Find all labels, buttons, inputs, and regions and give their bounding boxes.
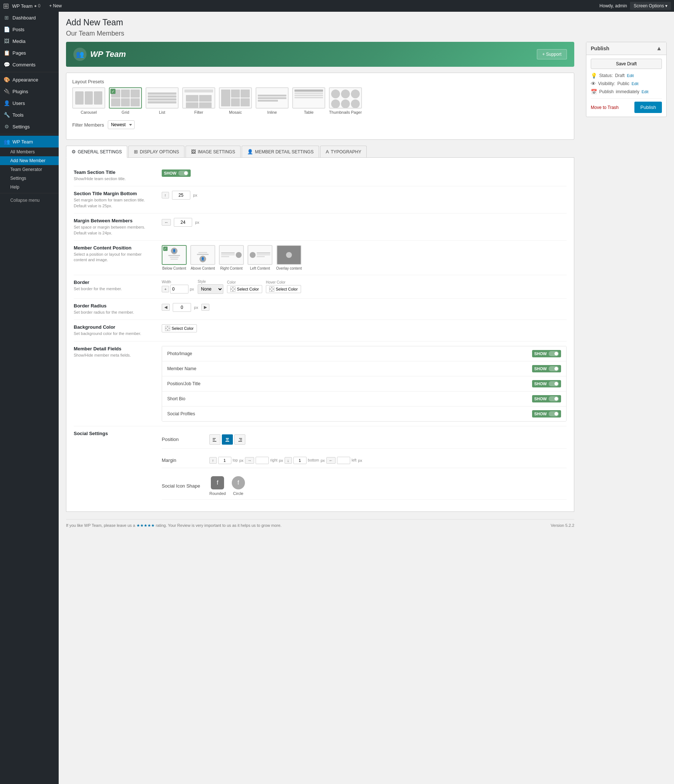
field-social-profiles-toggle[interactable]: SHOW <box>532 410 561 417</box>
margin-bottom-decrease[interactable]: ↑ <box>162 192 169 199</box>
sidebar-item-dashboard[interactable]: ⊞ Dashboard <box>0 12 59 23</box>
margin-left-input[interactable] <box>337 457 350 464</box>
margin-between-members-label: Margin Between Members <box>74 218 154 223</box>
tab-image-settings[interactable]: 🖼 IMAGE SETTINGS <box>186 146 241 157</box>
tab-display-options[interactable]: ⊞ DISPLAY OPTIONS <box>128 146 185 157</box>
sidebar-sub-add-new-member[interactable]: Add New Member <box>0 156 59 165</box>
position-thumb-above: 👤 <box>190 245 215 265</box>
border-color-button[interactable]: Select Color <box>227 285 262 293</box>
margin-left-arrow[interactable]: ← <box>326 457 335 464</box>
margin-between-members-input[interactable] <box>174 218 192 227</box>
svg-rect-1 <box>213 440 215 440</box>
margin-right-arrow[interactable]: → <box>245 457 254 464</box>
status-edit-link[interactable]: Edit <box>627 73 634 78</box>
margin-top-input[interactable] <box>218 457 231 464</box>
tab-member-detail-settings[interactable]: 👤 MEMBER DETAIL SETTINGS <box>242 146 319 157</box>
setting-background-color: Background Color Set background color fo… <box>74 320 567 341</box>
sidebar-item-tools[interactable]: 🔧 Tools <box>0 109 59 121</box>
icon-shape-circle[interactable]: f Circle <box>232 476 245 496</box>
notification-count[interactable]: ● 0 <box>34 3 40 8</box>
preset-list[interactable]: List <box>146 87 179 115</box>
social-pos-right-btn[interactable] <box>235 434 245 445</box>
border-width-unit: px <box>189 287 194 291</box>
field-position-job-toggle[interactable]: SHOW <box>532 380 561 387</box>
tab-typography[interactable]: A TYPOGRAPHY <box>320 146 367 157</box>
social-pos-center-btn[interactable] <box>222 434 233 445</box>
section-title-margin-input[interactable] <box>172 191 190 199</box>
preset-mosaic[interactable]: Mosaic <box>219 87 252 115</box>
border-width-input[interactable] <box>170 285 188 294</box>
background-color-button[interactable]: Select Color <box>162 324 197 332</box>
margin-top-arrow[interactable]: ↑ <box>210 457 217 464</box>
setting-social-settings: Social Settings Position <box>74 426 567 504</box>
members-margin-unit: px <box>195 220 199 224</box>
preview-title-bar <box>170 257 179 258</box>
filter-select[interactable]: Newest Oldest A-Z Z-A <box>108 120 135 129</box>
preset-table[interactable]: Table <box>292 87 325 115</box>
border-hover-color-swatch <box>269 286 274 292</box>
position-below-content[interactable]: ✓ 👤 Below Content <box>162 245 186 271</box>
position-overlay-content[interactable]: Overlay content <box>276 245 302 271</box>
sidebar-item-settings[interactable]: ⚙ Settings <box>0 121 59 132</box>
preset-filter[interactable]: Filter <box>182 87 215 115</box>
margin-bottom-arrow[interactable]: ↓ <box>284 457 292 464</box>
support-button[interactable]: + Support <box>537 49 567 59</box>
wp-team-brand-icon: 👥 <box>73 48 87 61</box>
sidebar-item-pages[interactable]: 📋 Pages <box>0 47 59 59</box>
border-radius-decrease[interactable]: ◀ <box>162 304 170 311</box>
sidebar-sub-help[interactable]: Help <box>0 183 59 191</box>
preset-grid[interactable]: ✓ Grid <box>109 87 142 115</box>
border-hover-color-button[interactable]: Select Color <box>266 285 301 293</box>
margin-bottom-input[interactable] <box>294 457 307 464</box>
new-button[interactable]: + New <box>49 3 62 8</box>
preset-thumbnails-pager[interactable]: Thumbnails Pager <box>329 87 362 115</box>
social-pos-left-btn[interactable] <box>210 434 221 445</box>
field-member-name-toggle[interactable]: SHOW <box>532 365 561 372</box>
save-draft-button[interactable]: Save Draft <box>591 59 662 69</box>
social-icon-shape-row: Social Icon Shape f Rounded f Circle <box>162 473 567 500</box>
publish-collapse-button[interactable]: ▲ <box>656 45 662 52</box>
field-short-bio-toggle[interactable]: SHOW <box>532 395 561 403</box>
team-section-title-control: SHOW <box>162 170 567 177</box>
border-width-btn[interactable]: + <box>162 286 169 292</box>
sidebar-item-wp-team[interactable]: 👥 WP Team <box>0 136 59 148</box>
move-to-trash-link[interactable]: Move to Trash <box>591 105 619 110</box>
position-right-content[interactable]: Right Content <box>219 245 244 271</box>
sidebar-item-plugins[interactable]: 🔌 Plugins <box>0 86 59 97</box>
icon-shape-rounded[interactable]: f Rounded <box>210 476 226 496</box>
visibility-edit-link[interactable]: Edit <box>632 81 638 86</box>
site-name[interactable]: WP Team <box>12 3 33 9</box>
position-above-content[interactable]: 👤 Above Content <box>190 245 215 271</box>
members-margin-decrease[interactable]: ↔ <box>162 219 171 226</box>
sidebar-sub-all-members[interactable]: All Members <box>0 148 59 156</box>
position-options: ✓ 👤 Below Content <box>162 245 302 271</box>
border-width-group: Width + px <box>162 280 194 294</box>
preset-thumb-mosaic <box>219 87 252 109</box>
border-radius-input[interactable] <box>173 303 191 312</box>
position-thumb-overlay <box>276 245 301 265</box>
team-section-title-toggle[interactable]: SHOW <box>162 170 191 177</box>
sidebar-item-comments[interactable]: 💬 Comments <box>0 59 59 70</box>
setting-member-detail-fields: Member Detail Fields Show/Hide member me… <box>74 342 567 426</box>
team-section-title-desc: Show/Hide team section title. <box>74 176 154 182</box>
margin-right-input[interactable] <box>256 457 269 464</box>
sidebar-item-appearance[interactable]: 🎨 Appearance <box>0 74 59 86</box>
preset-carousel[interactable]: Carousel <box>72 87 105 115</box>
border-style-select[interactable]: None Solid Dashed Dotted <box>198 284 223 294</box>
publish-time-edit-link[interactable]: Edit <box>641 90 648 94</box>
publish-button[interactable]: Publish <box>634 102 662 113</box>
position-left-content[interactable]: Left Content <box>247 245 272 271</box>
tab-general-settings[interactable]: ⚙ GENERAL SETTINGS <box>66 146 127 158</box>
sidebar-item-media[interactable]: 🖼 Media <box>0 35 59 47</box>
sidebar-item-users[interactable]: 👤 Users <box>0 97 59 109</box>
tab-typography-label: TYPOGRAPHY <box>331 149 361 154</box>
sidebar-collapse-menu[interactable]: Collapse menu <box>0 195 59 205</box>
field-social-profiles-label: Social Profiles <box>167 411 195 416</box>
sidebar-sub-team-generator[interactable]: Team Generator <box>0 165 59 174</box>
border-radius-increase[interactable]: ▶ <box>201 304 210 311</box>
sidebar-item-posts[interactable]: 📄 Posts <box>0 23 59 35</box>
screen-options-button[interactable]: Screen Options ▾ <box>630 2 671 10</box>
sidebar-sub-settings[interactable]: Settings <box>0 174 59 183</box>
field-photo-toggle[interactable]: SHOW <box>532 350 561 357</box>
preset-inline[interactable]: Inline <box>256 87 289 115</box>
